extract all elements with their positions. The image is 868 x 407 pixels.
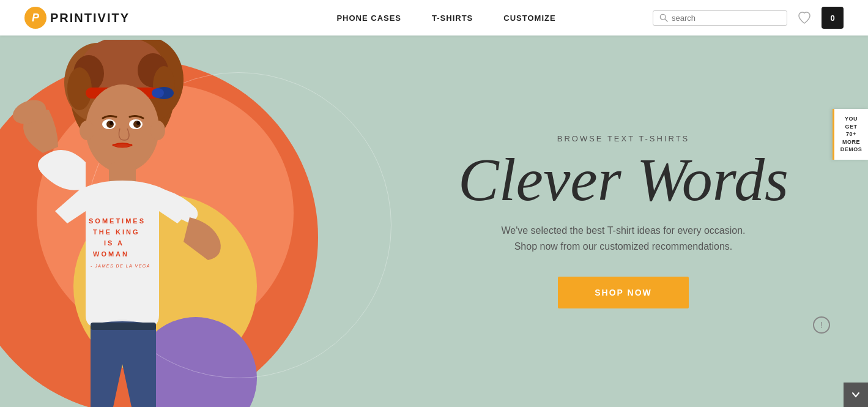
logo-text: PRINTIVITY [50,11,130,25]
logo-letter: P [32,12,39,23]
svg-text:- JAMES DE LA VEGA: - JAMES DE LA VEGA [91,264,150,268]
promo-line2: 70+ MORE [839,130,863,146]
svg-text:THE KING: THE KING [93,228,140,236]
svg-point-12 [152,88,164,98]
header: P PRINTIVITY PHONE CASES T-SHIRTS CUSTOM… [0,0,868,35]
model-area: SOMETIMES THE KING IS A WOMAN - JAMES DE… [0,35,391,407]
nav-customize[interactable]: CUSTOMIZE [503,13,555,23]
search-input[interactable] [672,13,781,23]
hero-section: SOMETIMES THE KING IS A WOMAN - JAMES DE… [0,35,868,407]
svg-text:IS A: IS A [104,239,124,247]
svg-text:SOMETIMES: SOMETIMES [89,217,146,225]
browse-label: BROWSE TEXT T-SHIRTS [557,134,690,143]
logo[interactable]: P PRINTIVITY [24,7,130,29]
info-icon[interactable]: ! [813,316,830,334]
shop-now-button[interactable]: SHOP NOW [558,277,689,308]
header-right: 0 [653,7,844,29]
svg-point-22 [136,121,140,125]
scroll-indicator[interactable] [844,383,868,407]
svg-rect-30 [91,323,156,330]
nav-t-shirts[interactable]: T-SHIRTS [432,13,473,23]
chevron-down-icon [851,390,861,400]
logo-circle: P [24,7,46,29]
svg-point-13 [86,84,159,173]
svg-text:WOMAN: WOMAN [93,250,129,258]
promo-line3: DEMOS [839,146,863,154]
cart-button[interactable]: 0 [822,7,844,29]
cart-count: 0 [830,13,834,23]
promo-line1: YOU GET [839,115,863,130]
svg-point-21 [109,121,113,125]
svg-point-15 [80,121,94,140]
hero-desc-line2: Shop now from our customized recommendat… [514,241,733,252]
svg-point-16 [150,121,165,140]
model-illustration: SOMETIMES THE KING IS A WOMAN - JAMES DE… [0,40,294,407]
hero-desc-line1: We've selected the best T-shirt ideas fo… [501,225,745,236]
svg-line-1 [665,19,667,21]
main-nav: PHONE CASES T-SHIRTS CUSTOMIZE [240,13,653,23]
nav-phone-cases[interactable]: PHONE CASES [336,13,401,23]
hero-headline: Clever Words [458,149,788,211]
search-icon [659,13,668,22]
svg-point-9 [153,66,175,105]
promo-tab[interactable]: YOU GET 70+ MORE DEMOS [833,109,868,160]
heart-icon[interactable] [797,10,812,25]
hero-content: BROWSE TEXT T-SHIRTS Clever Words We've … [403,35,868,407]
search-wrap[interactable] [653,10,787,26]
hero-description: We've selected the best T-shirt ideas fo… [501,223,745,254]
